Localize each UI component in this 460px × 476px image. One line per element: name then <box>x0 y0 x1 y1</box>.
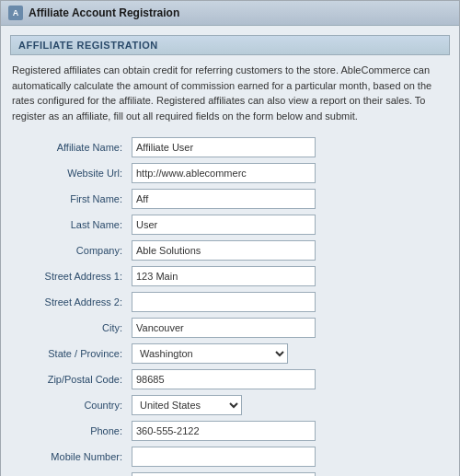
first-name-input[interactable] <box>132 189 316 209</box>
street-address-1-input[interactable] <box>132 266 316 286</box>
main-window: A Affiliate Account Registraion AFFILIAT… <box>0 0 460 476</box>
table-row: Website Url: <box>10 160 450 186</box>
window-title: Affiliate Account Registraion <box>29 6 179 19</box>
table-row: Company: <box>10 238 450 263</box>
label-street-address-1: Street Address 1: <box>10 263 130 289</box>
form-table: Affiliate Name: Website Url: First Name:… <box>10 134 450 476</box>
label-first-name: First Name: <box>10 186 130 212</box>
title-bar: A Affiliate Account Registraion <box>1 1 459 26</box>
mobile-input[interactable] <box>132 447 316 467</box>
street-address-2-input[interactable] <box>132 292 316 312</box>
label-company: Company: <box>10 238 130 263</box>
table-row: State / Province: Washington Oregon Cali… <box>10 341 450 366</box>
company-input[interactable] <box>132 240 316 261</box>
label-website-url: Website Url: <box>10 160 130 186</box>
description-text: Registered affiliates can obtain credit … <box>10 63 450 123</box>
label-street-address-2: Street Address 2: <box>10 289 130 315</box>
table-row: City: <box>10 315 450 341</box>
affiliate-name-input[interactable] <box>132 137 316 157</box>
table-row: First Name: <box>10 186 450 212</box>
fax-input[interactable] <box>132 472 316 476</box>
label-last-name: Last Name: <box>10 212 130 238</box>
phone-input[interactable] <box>132 421 316 441</box>
zip-input[interactable] <box>132 369 316 389</box>
label-fax: Fax: <box>10 470 130 476</box>
table-row: Affiliate Name: <box>10 134 450 160</box>
section-header: AFFILIATE REGISTRATION <box>10 35 450 55</box>
label-mobile: Mobile Number: <box>10 444 130 470</box>
table-row: Street Address 1: <box>10 263 450 289</box>
label-affiliate-name: Affiliate Name: <box>10 134 130 160</box>
label-zip: Zip/Postal Code: <box>10 366 130 392</box>
table-row: Mobile Number: <box>10 444 450 470</box>
state-select[interactable]: Washington Oregon California Idaho <box>132 343 288 364</box>
last-name-input[interactable] <box>132 215 316 235</box>
table-row: Phone: <box>10 418 450 444</box>
website-url-input[interactable] <box>132 163 316 183</box>
table-row: Fax: <box>10 470 450 476</box>
table-row: Country: United States Canada United Kin… <box>10 392 450 418</box>
city-input[interactable] <box>132 318 316 338</box>
content-area: AFFILIATE REGISTRATION Registered affili… <box>1 26 459 476</box>
table-row: Street Address 2: <box>10 289 450 315</box>
label-phone: Phone: <box>10 418 130 444</box>
label-city: City: <box>10 315 130 341</box>
table-row: Zip/Postal Code: <box>10 366 450 392</box>
table-row: Last Name: <box>10 212 450 238</box>
window-icon: A <box>8 6 23 20</box>
country-select[interactable]: United States Canada United Kingdom Aust… <box>132 395 242 415</box>
label-state: State / Province: <box>10 341 130 366</box>
label-country: Country: <box>10 392 130 418</box>
